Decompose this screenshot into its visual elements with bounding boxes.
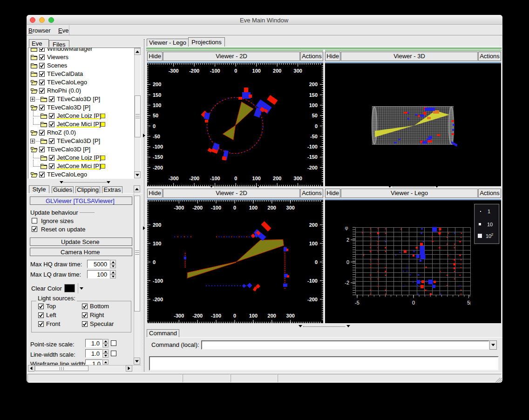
svg-text:-5: -5 <box>355 300 359 305</box>
svg-text:0: 0 <box>315 123 318 129</box>
svg-text:100: 100 <box>309 102 318 108</box>
svg-text:0: 0 <box>315 259 318 265</box>
svg-text:-200: -200 <box>192 205 203 210</box>
svg-text:50: 50 <box>312 113 318 118</box>
svg-text:300: 300 <box>286 205 295 210</box>
svg-text:-50: -50 <box>153 134 160 139</box>
svg-text:300: 300 <box>294 176 302 181</box>
svg-text:200: 200 <box>153 222 161 228</box>
svg-text:0: 0 <box>153 259 156 265</box>
svg-text:200: 200 <box>153 81 161 87</box>
svg-text:-200: -200 <box>153 297 163 302</box>
svg-text:100: 100 <box>252 176 261 181</box>
svg-text:-300: -300 <box>174 313 184 318</box>
svg-text:200: 200 <box>309 222 318 228</box>
svg-text:-200: -200 <box>189 176 199 181</box>
svg-text:2: 2 <box>491 232 494 237</box>
svg-text:300: 300 <box>286 313 295 318</box>
svg-text:-100: -100 <box>210 68 220 74</box>
svg-text:100: 100 <box>153 241 161 246</box>
svg-text:0: 0 <box>234 176 237 181</box>
svg-text:150: 150 <box>309 92 318 98</box>
svg-text:-100: -100 <box>307 144 318 149</box>
svg-text:50: 50 <box>153 113 158 118</box>
svg-text:-300: -300 <box>174 205 184 210</box>
svg-text:200: 200 <box>268 205 276 210</box>
svg-text:100: 100 <box>249 313 258 318</box>
svg-text:100: 100 <box>153 102 161 108</box>
svg-text:-200: -200 <box>192 313 203 318</box>
svg-text:-200: -200 <box>153 165 163 170</box>
svg-text:100: 100 <box>249 205 258 210</box>
svg-text:-100: -100 <box>153 144 163 149</box>
svg-text:-100: -100 <box>210 176 220 181</box>
svg-text:φ: φ <box>345 225 348 230</box>
svg-text:100: 100 <box>309 241 318 246</box>
svg-text:0: 0 <box>233 313 236 318</box>
svg-text:-100: -100 <box>153 278 163 284</box>
svg-text:200: 200 <box>273 176 281 181</box>
svg-text:200: 200 <box>268 313 276 318</box>
svg-text:0: 0 <box>233 205 236 210</box>
svg-text:10: 10 <box>487 222 493 227</box>
svg-text:10: 10 <box>486 233 491 239</box>
svg-text:-300: -300 <box>169 176 179 181</box>
svg-text:-300: -300 <box>169 68 179 74</box>
svg-text:0: 0 <box>153 123 156 129</box>
svg-text:-200: -200 <box>189 68 199 74</box>
svg-text:-100: -100 <box>211 313 221 318</box>
svg-text:2: 2 <box>346 237 349 243</box>
svg-text:300: 300 <box>294 68 302 74</box>
svg-text:0: 0 <box>412 300 415 305</box>
svg-text:5: 5 <box>467 300 470 305</box>
svg-text:-200: -200 <box>307 165 318 170</box>
svg-text:150: 150 <box>153 92 161 98</box>
svg-text:-2: -2 <box>345 280 349 285</box>
svg-text:-50: -50 <box>310 134 318 139</box>
svg-text:-100: -100 <box>307 278 318 284</box>
svg-text:-100: -100 <box>211 205 221 210</box>
svg-text:0: 0 <box>346 259 349 265</box>
svg-text:1: 1 <box>488 209 490 214</box>
svg-text:200: 200 <box>273 68 281 74</box>
svg-text:0: 0 <box>234 68 237 74</box>
svg-text:-150: -150 <box>307 154 318 160</box>
svg-text:-200: -200 <box>307 297 318 302</box>
svg-text:200: 200 <box>309 81 318 87</box>
svg-text:-150: -150 <box>153 154 163 160</box>
svg-text:100: 100 <box>252 68 261 74</box>
